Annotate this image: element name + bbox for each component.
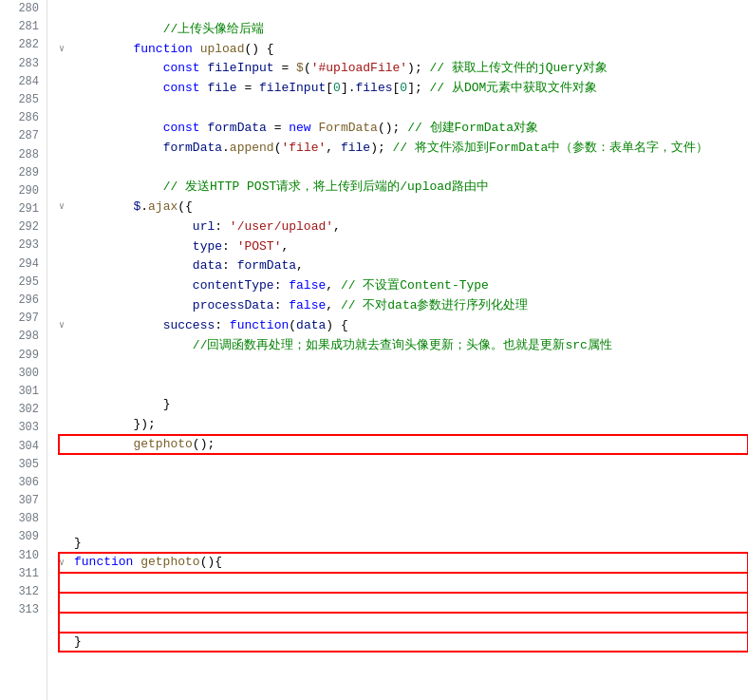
fold-arrow-282[interactable]: ∨ — [59, 42, 74, 57]
code-line-304 — [59, 474, 748, 494]
fold-arrow-281 — [59, 22, 74, 37]
token-string: '#uploadFile' — [311, 61, 407, 75]
token-prop: contentType — [193, 278, 274, 293]
fold-arrow-293 — [59, 259, 74, 274]
line-num-285: 285 — [4, 91, 39, 109]
token-keyword: false — [289, 298, 326, 312]
token-keyword: const — [163, 61, 208, 75]
code-text-286: const formData = new FormData(); // 创建Fo… — [74, 119, 538, 139]
line-num-309: 309 — [4, 528, 39, 546]
code-text-287: formData.append('file', file); // 将文件添加到… — [74, 139, 708, 159]
token-num: 0 — [400, 81, 407, 95]
fold-arrow-280 — [59, 2, 74, 17]
fold-arrow-307 — [59, 536, 74, 551]
code-line-297: //回调函数再处理；如果成功就去查询头像更新；头像。也就是更新src属性 — [59, 336, 748, 356]
fold-arrow-287 — [59, 141, 74, 156]
token-black: , — [333, 219, 341, 234]
line-num-294: 294 — [4, 255, 39, 274]
token-keyword: const — [163, 121, 208, 135]
line-num-302: 302 — [4, 401, 39, 419]
code-line-307: } — [59, 534, 748, 554]
token-comment: // 创建FormData对象 — [407, 121, 538, 135]
token-black: ]; — [407, 81, 429, 95]
fold-arrow-285 — [59, 101, 74, 116]
code-text-295: processData: false, // 不对data参数进行序列化处理 — [74, 296, 529, 316]
token-keyword: false — [289, 278, 326, 293]
fold-arrow-290[interactable]: ∨ — [59, 199, 74, 215]
token-black: : — [215, 318, 230, 332]
fold-arrow-298 — [59, 358, 74, 373]
token-black: } — [74, 536, 82, 550]
fold-arrow-289 — [59, 180, 74, 196]
token-var: file — [207, 81, 236, 95]
token-keyword: function — [230, 318, 289, 332]
fold-arrow-296[interactable]: ∨ — [59, 318, 74, 333]
token-var: data — [296, 318, 326, 332]
fold-arrow-291 — [59, 219, 74, 235]
token-black: ( — [289, 318, 296, 332]
code-line-287: formData.append('file', file); // 将文件添加到… — [59, 139, 748, 159]
code-line-301: }); — [59, 415, 748, 435]
code-text-292: type: 'POST', — [74, 237, 289, 257]
token-func: append — [230, 141, 274, 155]
token-black: , — [326, 278, 341, 293]
token-comment: // 不设置Content-Type — [341, 278, 489, 293]
line-num-289: 289 — [4, 164, 39, 182]
code-text-297: //回调函数再处理；如果成功就去查询头像更新；头像。也就是更新src属性 — [74, 336, 612, 356]
line-num-280: 280 — [4, 0, 39, 18]
code-line-293: data: formData, — [59, 256, 748, 276]
code-text-284: const file = fileInput[0].files[0]; // 从… — [74, 79, 597, 99]
code-text-289: // 发送HTTP POST请求，将上传到后端的/upload路由中 — [74, 178, 489, 198]
code-line-310 — [59, 593, 748, 613]
token-black: . — [222, 141, 230, 155]
line-num-308: 308 — [4, 510, 39, 528]
code-line-312: } — [59, 633, 748, 653]
line-num-284: 284 — [4, 73, 39, 91]
code-line-281: //上传头像给后端 — [59, 20, 748, 40]
token-var: formData — [163, 141, 222, 155]
token-black: , — [326, 298, 341, 312]
fold-arrow-308[interactable]: ∨ — [59, 556, 74, 571]
token-black: ); — [370, 141, 392, 155]
line-number-gutter: 2802812822832842852862872882892902912922… — [0, 0, 47, 700]
line-num-298: 298 — [4, 328, 39, 346]
fold-arrow-309 — [59, 576, 74, 591]
fold-arrow-295 — [59, 298, 74, 313]
code-line-289: // 发送HTTP POST请求，将上传到后端的/upload路由中 — [59, 178, 748, 198]
code-text-312: } — [74, 634, 82, 649]
code-line-284: const file = fileInput[0].files[0]; // 从… — [59, 79, 748, 99]
line-num-297: 297 — [4, 310, 39, 328]
fold-arrow-297 — [59, 338, 74, 353]
code-line-291: url: '/user/upload', — [59, 218, 748, 237]
token-black: } — [74, 634, 82, 649]
token-var: fileInput — [259, 81, 326, 95]
token-var: file — [341, 141, 370, 155]
token-var: fileInput — [207, 61, 273, 75]
fold-arrow-310 — [59, 596, 74, 611]
token-prop: data — [193, 258, 222, 273]
code-line-311 — [59, 613, 748, 633]
line-num-313: 313 — [4, 601, 39, 619]
fold-arrow-303 — [59, 457, 74, 472]
token-string: '/user/upload' — [230, 219, 333, 234]
token-black: } — [163, 397, 171, 411]
token-num: 0 — [333, 81, 341, 95]
code-line-295: processData: false, // 不对data参数进行序列化处理 — [59, 296, 748, 316]
token-func: getphoto — [140, 555, 199, 569]
token-black: : — [222, 258, 237, 273]
token-black: ]. — [341, 81, 356, 95]
token-black: ); — [407, 61, 429, 75]
line-num-296: 296 — [4, 292, 39, 310]
line-num-288: 288 — [4, 146, 39, 164]
code-line-294: contentType: false, // 不设置Content-Type — [59, 276, 748, 296]
token-black: = — [267, 121, 289, 135]
token-black: , — [326, 141, 341, 155]
token-prop: files — [356, 81, 393, 95]
code-line-305 — [59, 494, 748, 514]
code-text-282: function upload() { — [74, 40, 274, 60]
token-black: : — [215, 219, 230, 234]
code-line-288 — [59, 158, 748, 178]
line-num-311: 311 — [4, 565, 39, 583]
code-text-308: function getphoto(){ — [74, 555, 222, 569]
token-func: $ — [296, 61, 304, 75]
